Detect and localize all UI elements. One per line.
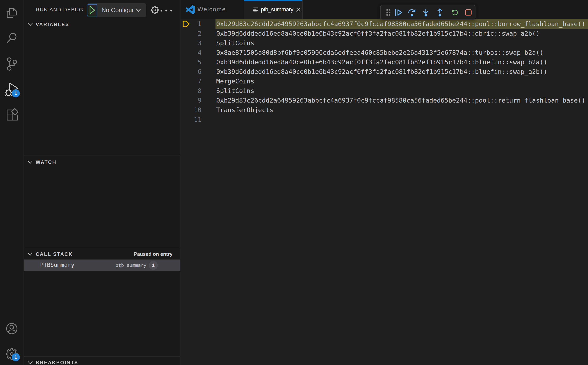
line-number: 6 xyxy=(181,67,202,77)
files-icon xyxy=(6,7,18,19)
code-line-8[interactable]: 8SplitCoins xyxy=(181,86,588,96)
line-number: 9 xyxy=(181,96,202,105)
debug-restart-icon[interactable] xyxy=(451,9,459,16)
line-number: 8 xyxy=(181,86,202,96)
debug-toolbar xyxy=(380,5,475,20)
chevron-down-icon xyxy=(28,22,33,26)
drag-gripper-icon[interactable] xyxy=(386,9,390,16)
debug-continue-icon[interactable] xyxy=(395,8,402,16)
call-stack-status: Paused on entry xyxy=(134,248,172,261)
line-content: 0xb39d6dddedd16ed8a40ce0b1e6b43c92acf0ff… xyxy=(216,57,547,67)
source-control-icon xyxy=(6,57,18,70)
code-line-1[interactable]: 10xb29d83c26cdd2a64959263abbcfc4a6937f0c… xyxy=(181,19,588,29)
code-line-3[interactable]: 3SplitCoins xyxy=(181,38,588,48)
search-icon xyxy=(6,32,18,44)
stack-frame-badge: 1 xyxy=(149,261,158,270)
line-content: 0xb29d83c26cdd2a64959263abbcfc4a6937f0c9… xyxy=(216,19,585,29)
activity-bar: 1 1 xyxy=(0,0,24,365)
tab-label: Welcome xyxy=(198,0,226,19)
account-icon xyxy=(6,322,18,335)
play-icon xyxy=(87,5,96,15)
chevron-down-icon xyxy=(28,361,33,364)
line-content: MergeCoins xyxy=(216,77,254,86)
line-content: 0xb39d6dddedd16ed8a40ce0b1e6b43c92acf0ff… xyxy=(216,67,547,77)
line-number: 5 xyxy=(181,57,202,67)
activitybar-item-source-control[interactable] xyxy=(0,51,23,77)
debug-config-dropdown[interactable]: No Configur xyxy=(87,3,146,17)
line-number: 11 xyxy=(181,115,202,124)
line-content: 0x8ae871505a80d8bf6bf9c05906cda6edfeea46… xyxy=(216,48,544,57)
pane-header-variables[interactable]: VARIABLES xyxy=(24,18,180,31)
stack-frame-file: ptb_summary xyxy=(115,260,146,271)
pane-label-call-stack: CALL STACK xyxy=(36,248,73,261)
close-icon[interactable] xyxy=(296,7,301,12)
line-content: 0xb29d83c26cdd2a64959263abbcfc4a6937f0c9… xyxy=(216,96,585,105)
activitybar-item-run-and-debug[interactable]: 1 xyxy=(0,77,23,102)
tab-label: ptb_summary xyxy=(261,0,293,19)
tab-ptb-summary[interactable]: ptb_summary xyxy=(244,0,303,19)
config-dropdown-label: No Configur xyxy=(101,3,134,17)
vscode-logo-icon xyxy=(186,5,195,14)
chevron-down-icon xyxy=(28,160,33,164)
line-number: 2 xyxy=(181,29,202,38)
extensions-icon xyxy=(5,108,18,121)
stack-frame-name: PTBSummary xyxy=(40,260,74,271)
call-stack-frame-row[interactable]: PTBSummary ptb_summary 1 xyxy=(24,260,180,271)
pane-header-watch[interactable]: WATCH xyxy=(24,156,180,169)
debug-settings-gear-icon[interactable] xyxy=(151,6,159,14)
sidebar-run-and-debug: RUN AND DEBUG No Configur VARIABLES xyxy=(24,0,180,365)
pane-header-call-stack[interactable]: CALL STACK Paused on entry xyxy=(24,248,180,261)
line-content: SplitCoins xyxy=(216,38,254,48)
pane-separator xyxy=(24,247,180,247)
activitybar-item-accounts[interactable] xyxy=(0,316,23,341)
pane-label-variables: VARIABLES xyxy=(36,18,69,31)
code-line-4[interactable]: 40x8ae871505a80d8bf6bf9c05906cda6edfeea4… xyxy=(181,48,588,57)
start-debugging-button[interactable] xyxy=(87,4,97,16)
sidebar-header: RUN AND DEBUG No Configur xyxy=(24,0,180,19)
debug-badge: 1 xyxy=(12,89,20,98)
activitybar-item-explorer[interactable] xyxy=(0,0,23,25)
activitybar-item-manage[interactable]: 1 xyxy=(0,342,23,365)
code-editor[interactable]: 10xb29d83c26cdd2a64959263abbcfc4a6937f0c… xyxy=(181,19,588,365)
code-line-10[interactable]: 10TransferObjects xyxy=(181,105,588,115)
code-line-7[interactable]: 7MergeCoins xyxy=(181,77,588,86)
code-line-11[interactable]: 11 xyxy=(181,115,588,124)
debug-step-into-icon[interactable] xyxy=(423,8,429,16)
chevron-down-icon xyxy=(28,252,33,256)
line-number: 10 xyxy=(181,105,202,115)
line-number: 7 xyxy=(181,77,202,86)
pane-separator xyxy=(24,155,180,155)
vscode-window: 1 1 RUN AND DEBUG No Co xyxy=(0,0,588,365)
file-lines-icon xyxy=(253,7,259,13)
call-stack-list: PTBSummary ptb_summary 1 xyxy=(24,260,180,271)
debug-step-over-icon[interactable] xyxy=(408,8,416,16)
code-line-5[interactable]: 50xb39d6dddedd16ed8a40ce0b1e6b43c92acf0f… xyxy=(181,57,588,67)
line-content: SplitCoins xyxy=(216,86,254,96)
pane-label-watch: WATCH xyxy=(36,156,57,169)
line-number: 1 xyxy=(181,19,202,29)
pane-label-breakpoints: BREAKPOINTS xyxy=(36,357,78,365)
code-line-6[interactable]: 60xb39d6dddedd16ed8a40ce0b1e6b43c92acf0f… xyxy=(181,67,588,77)
editor-area: Welcome ptb_summary 10xb29d83c26cdd2a649… xyxy=(181,0,588,365)
line-number: 4 xyxy=(181,48,202,57)
sidebar-title: RUN AND DEBUG xyxy=(36,0,83,19)
pane-header-breakpoints[interactable]: BREAKPOINTS xyxy=(24,357,180,365)
tab-welcome[interactable]: Welcome xyxy=(181,0,244,19)
line-number: 3 xyxy=(181,38,202,48)
line-content: 0xb39d6dddedd16ed8a40ce0b1e6b43c92acf0ff… xyxy=(216,29,540,38)
chevron-down-icon xyxy=(136,8,141,12)
settings-badge: 1 xyxy=(12,353,20,361)
code-line-9[interactable]: 90xb29d83c26cdd2a64959263abbcfc4a6937f0c… xyxy=(181,96,588,105)
more-actions-icon[interactable] xyxy=(160,10,173,12)
line-content: TransferObjects xyxy=(216,105,273,115)
debug-step-out-icon[interactable] xyxy=(437,8,443,16)
code-line-2[interactable]: 20xb39d6dddedd16ed8a40ce0b1e6b43c92acf0f… xyxy=(181,29,588,38)
activitybar-item-extensions[interactable] xyxy=(0,102,23,127)
activitybar-item-search[interactable] xyxy=(0,26,23,51)
debug-stop-icon[interactable] xyxy=(465,9,472,16)
